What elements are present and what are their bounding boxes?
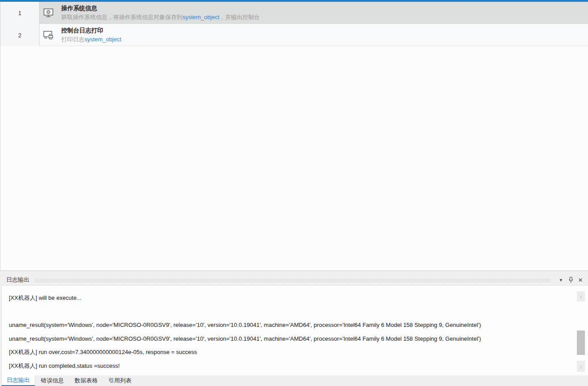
log-line: [XX机器人] run over,cost=7.340000000000124e… [9,346,575,359]
step-desc-text-suffix: ，并输出控制台 [219,14,260,20]
pin-icon[interactable] [567,276,575,284]
log-line: uname_result(system='Windows', node='MIC… [9,318,575,332]
step-desc-variable-link[interactable]: system_object [84,36,121,43]
bottom-tab-bar: 日志输出 错误信息 数据表格 引用列表 [0,375,588,386]
titlebar-drag-dots [34,279,551,283]
workflow-step-os-info[interactable]: 1 [0,2,588,24]
log-vertical-scrollbar[interactable]: ↑ ↓ [577,289,585,372]
step-number: 1 [0,2,40,24]
step-number: 2 [0,24,40,46]
log-output-panel: [XX机器人] will be execute... uname_result(… [1,285,588,375]
step-description: 打印日志system_object [61,36,121,44]
scroll-down-icon[interactable]: ↓ [577,361,585,372]
log-line: [XX机器人] run completed,status =success! [9,359,575,373]
log-line: [XX机器人] will be execute... [9,291,575,305]
scrollbar-thumb[interactable] [577,330,585,355]
step-title: 操作系统信息 [61,4,260,12]
step-title: 控制台日志打印 [61,27,121,35]
log-panel-title: 日志输出 [6,276,29,284]
log-line [9,305,575,319]
step-desc-text: 获取操作系统信息，将操作系统信息对象保存到 [61,14,183,20]
tab-data-table[interactable]: 数据表格 [70,375,103,386]
window-position-dropdown-button[interactable]: ▾ [557,276,565,284]
scroll-up-icon[interactable]: ↑ [577,291,585,302]
log-lines: [XX机器人] will be execute... uname_result(… [2,286,588,373]
step-desc-variable-link[interactable]: system_object [183,14,219,20]
workflow-step-console-print[interactable]: 2 控制台日志打印 打印日志system_object [0,24,588,46]
tab-reference-list[interactable]: 引用列表 [103,375,136,386]
tab-log-output[interactable]: 日志输出 [1,375,35,386]
log-panel-titlebar: 日志输出 ▾ ✕ [0,275,588,285]
workflow-canvas: 1 [0,2,588,271]
monitor-printer-icon [43,29,54,41]
step-description: 获取操作系统信息，将操作系统信息对象保存到system_object，并输出控制… [61,13,260,21]
close-icon[interactable]: ✕ [576,276,584,284]
log-line: uname_result(system='Windows', node='MIC… [9,332,575,346]
tab-error-info[interactable]: 错误信息 [36,375,69,386]
step-desc-text: 打印日志 [61,36,84,43]
monitor-gear-icon [43,7,54,19]
